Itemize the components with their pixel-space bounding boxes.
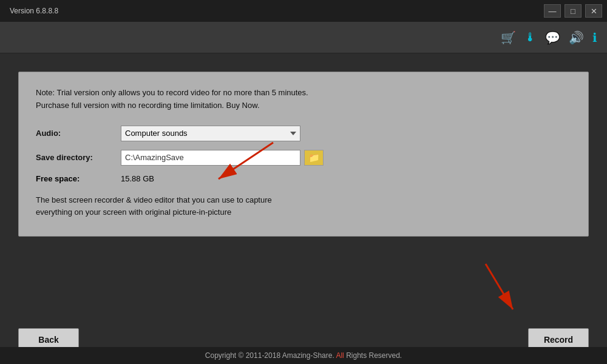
free-space-value: 15.88 GB	[121, 174, 154, 183]
chat-icon[interactable]: 💬	[545, 30, 560, 45]
main-content: Note: Trial version only allows you to r…	[0, 53, 607, 315]
toolbar: 🛒 🌡 💬 🔊 ℹ	[0, 22, 607, 53]
description-text: The best screen recorder & video editor …	[36, 194, 571, 220]
audio-select[interactable]: Computer sounds Microphone No audio	[121, 126, 300, 141]
free-space-label: Free space:	[36, 174, 121, 183]
footer-text-after: Rights Reserved.	[344, 351, 402, 360]
browse-folder-button[interactable]: 📁	[304, 150, 324, 166]
cart-icon[interactable]: 🛒	[501, 30, 516, 45]
info-icon[interactable]: ℹ	[592, 30, 597, 45]
thermometer-icon[interactable]: 🌡	[524, 30, 537, 44]
trial-note: Note: Trial version only allows you to r…	[36, 87, 571, 112]
footer: Copyright © 2011-2018 Amazing-Share. All…	[0, 347, 607, 364]
version-label: Version 6.8.8.8	[5, 7, 58, 15]
footer-highlight: All	[336, 351, 344, 360]
sound-icon[interactable]: 🔊	[569, 30, 584, 45]
maximize-button[interactable]: □	[565, 4, 582, 18]
audio-label: Audio:	[36, 129, 121, 138]
free-space-row: Free space: 15.88 GB	[36, 174, 571, 183]
footer-text-before: Copyright © 2011-2018 Amazing-Share.	[205, 351, 336, 360]
settings-card: Note: Trial version only allows you to r…	[18, 72, 589, 237]
close-button[interactable]: ✕	[585, 4, 602, 18]
title-bar: Version 6.8.8.8 — □ ✕	[0, 0, 607, 22]
save-dir-row: Save directory: 📁	[36, 150, 571, 166]
save-dir-input[interactable]	[121, 150, 300, 166]
save-dir-label: Save directory:	[36, 153, 121, 162]
footer-text: Copyright © 2011-2018 Amazing-Share. All…	[205, 351, 402, 360]
minimize-button[interactable]: —	[544, 4, 561, 18]
audio-row: Audio: Computer sounds Microphone No aud…	[36, 126, 571, 141]
